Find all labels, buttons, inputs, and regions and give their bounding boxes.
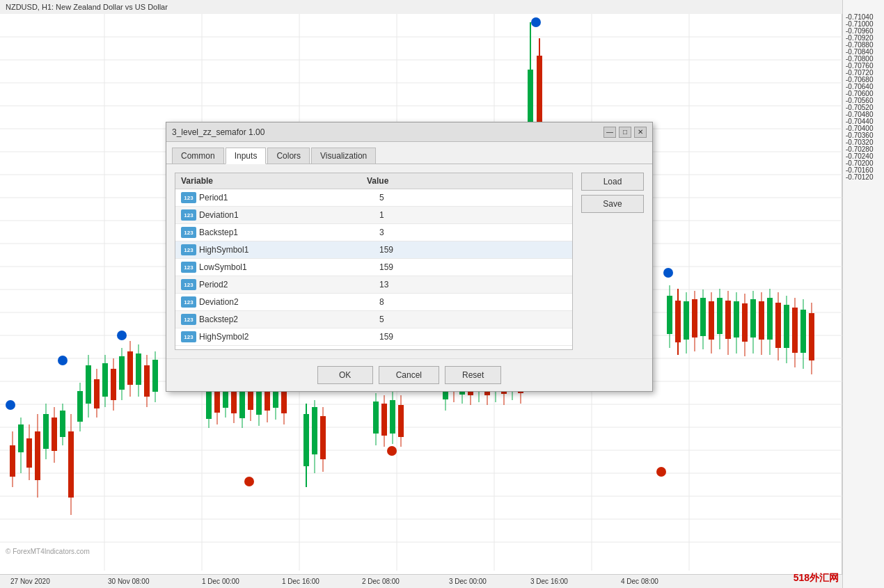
table-row[interactable]: 123 Deviation2 8 bbox=[175, 294, 572, 311]
time-label-1: 30 Nov 08:00 bbox=[108, 578, 150, 585]
variable-cell: 123 Deviation2 bbox=[175, 294, 374, 310]
variable-icon: 123 bbox=[181, 314, 196, 325]
svg-rect-150 bbox=[742, 303, 748, 342]
svg-rect-142 bbox=[709, 301, 714, 340]
cancel-button[interactable]: Cancel bbox=[379, 366, 439, 384]
variable-cell: 123 HighSymbol2 bbox=[175, 328, 374, 345]
svg-rect-96 bbox=[303, 414, 309, 466]
svg-rect-136 bbox=[684, 301, 689, 340]
svg-rect-71 bbox=[152, 360, 158, 392]
variable-name: Backstep1 bbox=[199, 228, 238, 237]
svg-rect-37 bbox=[35, 431, 40, 480]
value-cell[interactable]: 1 bbox=[374, 207, 572, 223]
svg-rect-60 bbox=[111, 369, 116, 400]
variable-name: Period2 bbox=[199, 280, 228, 289]
table-scroll-area[interactable]: 123 Period1 5 123 Deviation1 1 123 Backs bbox=[175, 189, 572, 349]
ok-button[interactable]: OK bbox=[317, 366, 373, 384]
variable-name: LowSymbol1 bbox=[199, 262, 247, 272]
svg-rect-31 bbox=[10, 445, 15, 477]
svg-rect-104 bbox=[381, 404, 387, 436]
dialog-title: 3_level_zz_semafor 1.00 bbox=[172, 127, 265, 137]
table-row[interactable]: 123 Period2 13 bbox=[175, 276, 572, 294]
time-label-0: 27 Nov 2020 bbox=[10, 578, 50, 585]
load-button[interactable]: Load bbox=[581, 173, 644, 191]
time-label-7: 4 Dec 08:00 bbox=[621, 578, 658, 585]
table-row[interactable]: 123 Backstep1 3 bbox=[175, 224, 572, 241]
table-header: Variable Value bbox=[175, 173, 572, 189]
svg-rect-33 bbox=[18, 424, 24, 452]
svg-point-109 bbox=[387, 446, 397, 456]
svg-rect-62 bbox=[119, 356, 125, 390]
dialog-titlebar: 3_level_zz_semafor 1.00 — □ ✕ bbox=[166, 122, 652, 142]
reset-button[interactable]: Reset bbox=[445, 366, 501, 384]
svg-rect-144 bbox=[717, 298, 723, 334]
table-row[interactable]: 123 Period1 5 bbox=[175, 189, 572, 207]
svg-point-73 bbox=[6, 400, 15, 410]
value-cell[interactable]: 159 bbox=[374, 242, 572, 257]
svg-rect-108 bbox=[398, 405, 404, 437]
svg-rect-45 bbox=[68, 431, 74, 498]
dialog-tabs: Common Inputs Colors Visualization bbox=[166, 142, 652, 164]
svg-rect-134 bbox=[675, 301, 681, 342]
tab-common[interactable]: Common bbox=[172, 148, 224, 164]
variable-header: Variable bbox=[181, 176, 367, 186]
value-cell[interactable]: 159 bbox=[374, 260, 572, 275]
svg-point-46 bbox=[531, 17, 541, 27]
value-cell[interactable]: 3 bbox=[374, 225, 572, 240]
chart-title-bar: NZDUSD, H1: New Zealand Dollar vs US Dol… bbox=[0, 0, 842, 14]
svg-rect-138 bbox=[692, 299, 697, 337]
time-label-4: 2 Dec 08:00 bbox=[362, 578, 400, 585]
watermark: 518外汇网 bbox=[794, 572, 839, 585]
close-button[interactable]: ✕ bbox=[634, 127, 647, 138]
variable-cell: 123 Period2 bbox=[175, 276, 374, 293]
variable-cell: 123 HighSymbol1 bbox=[175, 241, 374, 258]
table-row[interactable]: 123 HighSymbol1 159 bbox=[175, 241, 572, 259]
value-cell[interactable]: 5 bbox=[374, 190, 572, 205]
svg-point-72 bbox=[58, 356, 68, 365]
variable-cell: 123 Backstep1 bbox=[175, 224, 374, 241]
svg-point-167 bbox=[656, 467, 666, 477]
table-row[interactable]: 123 Backstep2 5 bbox=[175, 311, 572, 328]
scrollbar-header bbox=[553, 176, 567, 186]
tab-visualization[interactable]: Visualization bbox=[311, 148, 376, 164]
svg-rect-98 bbox=[312, 407, 317, 454]
svg-rect-154 bbox=[759, 301, 764, 340]
svg-rect-102 bbox=[373, 402, 379, 434]
svg-rect-132 bbox=[667, 296, 672, 334]
dialog-footer: OK Cancel Reset bbox=[166, 358, 652, 391]
svg-rect-160 bbox=[784, 305, 789, 348]
indicator-dialog: 3_level_zz_semafor 1.00 — □ ✕ Common Inp… bbox=[166, 122, 653, 392]
svg-rect-39 bbox=[43, 414, 49, 449]
variable-icon: 123 bbox=[181, 331, 196, 342]
variable-name: HighSymbol1 bbox=[199, 245, 248, 255]
variable-icon: 123 bbox=[181, 244, 196, 255]
tab-colors[interactable]: Colors bbox=[267, 148, 310, 164]
maximize-button[interactable]: □ bbox=[619, 127, 631, 138]
inputs-table: Variable Value 123 Period1 5 123 Deviati… bbox=[175, 173, 573, 350]
svg-rect-58 bbox=[102, 363, 108, 397]
table-row[interactable]: 123 HighSymbol2 159 bbox=[175, 328, 572, 346]
variable-icon: 123 bbox=[181, 192, 196, 203]
svg-rect-35 bbox=[26, 438, 32, 468]
time-axis: 27 Nov 2020 30 Nov 08:00 1 Dec 00:00 1 D… bbox=[0, 574, 842, 588]
variable-name: HighSymbol2 bbox=[199, 332, 248, 342]
value-cell[interactable]: 13 bbox=[374, 277, 572, 292]
svg-rect-166 bbox=[809, 313, 814, 360]
svg-rect-41 bbox=[52, 418, 57, 451]
table-row[interactable]: 123 LowSymbol1 159 bbox=[175, 259, 572, 276]
value-cell[interactable]: 8 bbox=[374, 294, 572, 310]
variable-icon: 123 bbox=[181, 279, 196, 290]
svg-rect-146 bbox=[725, 301, 731, 339]
minimize-button[interactable]: — bbox=[603, 127, 616, 138]
svg-rect-52 bbox=[77, 391, 83, 422]
table-row[interactable]: 123 Deviation1 1 bbox=[175, 207, 572, 224]
variable-icon: 123 bbox=[181, 209, 196, 221]
variable-name: Period1 bbox=[199, 193, 228, 202]
variable-cell: 123 Period1 bbox=[175, 189, 374, 206]
value-cell[interactable]: 159 bbox=[374, 329, 572, 344]
tab-inputs[interactable]: Inputs bbox=[226, 148, 267, 164]
svg-rect-162 bbox=[792, 308, 798, 353]
svg-point-63 bbox=[117, 331, 127, 340]
value-cell[interactable]: 5 bbox=[374, 312, 572, 327]
save-button[interactable]: Save bbox=[581, 195, 644, 213]
